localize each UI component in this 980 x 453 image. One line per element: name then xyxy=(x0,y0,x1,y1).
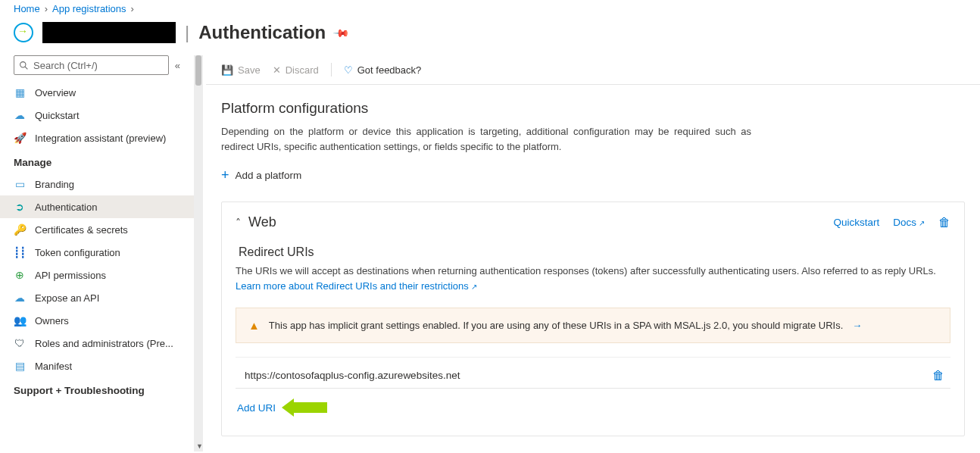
save-label: Save xyxy=(238,64,261,76)
discard-label: Discard xyxy=(286,64,319,76)
chevron-right-icon: › xyxy=(131,3,134,14)
rocket-icon: 🚀 xyxy=(14,132,26,144)
title-separator: | xyxy=(185,22,189,43)
pin-icon[interactable]: 📌 xyxy=(332,23,350,41)
app-icon xyxy=(14,23,33,42)
save-button[interactable]: 💾 Save xyxy=(221,64,261,76)
web-docs-link[interactable]: Docs xyxy=(893,217,925,228)
redirect-uris-title: Redirect URIs xyxy=(236,230,950,264)
app-name-redacted xyxy=(42,22,176,43)
sidebar-item-label: Owners xyxy=(35,315,69,326)
learn-more-link[interactable]: Learn more about Redirect URIs and their… xyxy=(236,280,477,292)
warning-text: This app has implicit grant settings ena… xyxy=(269,320,843,331)
sidebar-item-label: Authentication xyxy=(35,202,97,213)
page-title: Authentication xyxy=(198,22,326,43)
sidebar-item-expose-api[interactable]: ☁ Expose an API xyxy=(0,286,194,309)
redirect-desc-text: The URIs we will accept as destinations … xyxy=(236,265,936,276)
platform-config-title: Platform configurations xyxy=(206,85,980,121)
expose-icon: ☁ xyxy=(14,292,26,304)
feedback-label: Got feedback? xyxy=(357,64,422,76)
api-perm-icon: ⊕ xyxy=(14,269,26,281)
web-card-header: ˄ Web Quickstart Docs 🗑 xyxy=(236,214,950,230)
discard-button[interactable]: ✕ Discard xyxy=(273,64,319,76)
sidebar-item-label: Quickstart xyxy=(35,110,80,121)
token-icon: ┋┋ xyxy=(14,246,26,258)
cloud-icon: ☁ xyxy=(14,109,26,121)
add-platform-button[interactable]: + Add a platform xyxy=(206,157,980,194)
save-icon: 💾 xyxy=(221,64,233,76)
sidebar-item-certificates[interactable]: 🔑 Certificates & secrets xyxy=(0,218,194,241)
delete-platform-button[interactable]: 🗑 xyxy=(938,216,950,230)
sidebar-item-overview[interactable]: ▦ Overview xyxy=(0,81,194,104)
svg-line-1 xyxy=(25,67,27,69)
sidebar-item-token[interactable]: ┋┋ Token configuration xyxy=(0,241,194,264)
discard-icon: ✕ xyxy=(273,64,281,76)
web-quickstart-link[interactable]: Quickstart xyxy=(833,217,879,228)
scroll-thumb[interactable] xyxy=(195,55,201,86)
sidebar-item-label: Certificates & secrets xyxy=(35,224,128,236)
platform-config-desc: Depending on the platform or device this… xyxy=(206,121,766,157)
manifest-icon: ▤ xyxy=(14,360,26,372)
arrow-right-icon[interactable]: → xyxy=(852,320,862,331)
sidebar-item-label: API permissions xyxy=(35,270,106,281)
svg-point-0 xyxy=(20,61,26,67)
add-uri-link[interactable]: Add URI xyxy=(237,402,276,414)
web-platform-card: ˄ Web Quickstart Docs 🗑 Redirect URIs Th… xyxy=(221,202,965,436)
owners-icon: 👥 xyxy=(14,314,26,326)
scrollbar[interactable]: ▲ ▼ xyxy=(194,55,203,451)
annotation-arrow-icon xyxy=(282,399,327,416)
sidebar-item-authentication[interactable]: ➲ Authentication xyxy=(0,195,194,218)
sidebar-item-branding[interactable]: ▭ Branding xyxy=(0,173,194,195)
overview-icon: ▦ xyxy=(14,86,26,98)
heart-icon: ♡ xyxy=(344,64,353,76)
sidebar-item-integration[interactable]: 🚀 Integration assistant (preview) xyxy=(0,127,194,149)
web-card-title: Web xyxy=(248,214,819,230)
sidebar-item-label: Roles and administrators (Pre... xyxy=(35,338,173,349)
sidebar-item-label: Branding xyxy=(35,179,74,190)
sidebar: Search (Ctrl+/) « ▦ Overview ☁ Quickstar… xyxy=(0,55,194,451)
redirect-uris-desc: The URIs we will accept as destinations … xyxy=(236,264,950,294)
search-input[interactable]: Search (Ctrl+/) xyxy=(14,55,169,75)
sidebar-item-roles[interactable]: 🛡 Roles and administrators (Pre... xyxy=(0,332,194,355)
titlebar: | Authentication 📌 xyxy=(0,17,980,55)
sidebar-item-label: Manifest xyxy=(35,361,72,372)
sidebar-item-owners[interactable]: 👥 Owners xyxy=(0,309,194,332)
key-icon: 🔑 xyxy=(14,223,26,236)
sidebar-item-manifest[interactable]: ▤ Manifest xyxy=(0,355,194,377)
warning-icon: ▲ xyxy=(248,319,260,332)
search-icon xyxy=(19,61,29,70)
nav-group-manage: Manage xyxy=(0,149,194,173)
sidebar-item-label: Expose an API xyxy=(35,292,99,304)
search-placeholder: Search (Ctrl+/) xyxy=(33,60,98,71)
breadcrumb-home[interactable]: Home xyxy=(14,3,40,14)
sidebar-item-label: Overview xyxy=(35,87,76,98)
redirect-uri-input[interactable] xyxy=(237,365,928,386)
toolbar-divider xyxy=(331,63,332,77)
delete-uri-button[interactable]: 🗑 xyxy=(928,369,949,383)
breadcrumb-appreg[interactable]: App registrations xyxy=(52,3,126,14)
scroll-down-icon[interactable]: ▼ xyxy=(196,442,203,450)
chevron-right-icon: › xyxy=(45,3,48,14)
roles-icon: 🛡 xyxy=(14,337,26,349)
sidebar-item-api-perm[interactable]: ⊕ API permissions xyxy=(0,264,194,286)
implicit-grant-warning: ▲ This app has implicit grant settings e… xyxy=(236,308,950,343)
toolbar: 💾 Save ✕ Discard ♡ Got feedback? xyxy=(206,55,980,85)
collapse-sidebar-icon[interactable]: « xyxy=(175,60,180,71)
auth-icon: ➲ xyxy=(14,201,26,213)
nav-group-support: Support + Troubleshooting xyxy=(0,377,194,401)
plus-icon: + xyxy=(221,167,229,183)
feedback-link[interactable]: ♡ Got feedback? xyxy=(344,64,422,76)
branding-icon: ▭ xyxy=(14,178,26,190)
add-platform-label: Add a platform xyxy=(236,170,302,181)
sidebar-item-label: Integration assistant (preview) xyxy=(35,133,166,144)
sidebar-item-quickstart[interactable]: ☁ Quickstart xyxy=(0,104,194,127)
main-content: ▲ ▼ 💾 Save ✕ Discard ♡ Got feedback? Pla… xyxy=(194,55,980,451)
breadcrumb: Home › App registrations › xyxy=(0,0,980,17)
redirect-uri-row: 🗑 xyxy=(236,357,950,386)
sidebar-item-label: Token configuration xyxy=(35,247,120,258)
chevron-up-icon[interactable]: ˄ xyxy=(236,217,241,229)
